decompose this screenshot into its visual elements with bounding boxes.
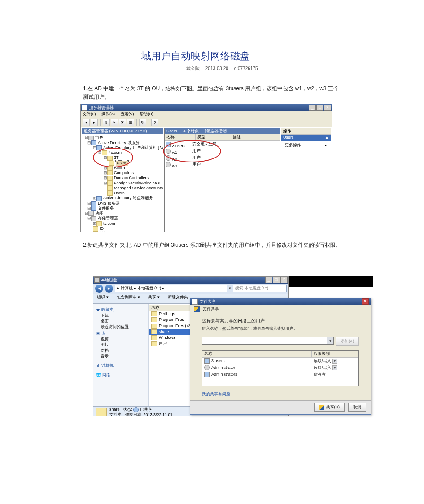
explorer-title: 本地磁盘 [101, 278, 117, 283]
tb-cut[interactable]: ✂ [111, 119, 118, 126]
tree-fsp[interactable]: ForeignSecurityPrincipals [114, 181, 160, 185]
tree-storage-b[interactable]: ID [100, 226, 104, 231]
side-network[interactable]: 🌐 网络 [96, 373, 145, 377]
col-type[interactable]: 类型 [196, 134, 231, 140]
maximize-btn[interactable]: □ [316, 105, 323, 111]
add-button[interactable]: 添加(A) [336, 337, 359, 346]
dialog-close[interactable]: ✕ [362, 298, 369, 305]
maximize-btn[interactable]: □ [273, 277, 280, 283]
side-item[interactable]: 音乐 [96, 354, 145, 359]
dialog-heading: 选择要与其共享的网络上的用户 [202, 318, 359, 324]
tree: ⊟角色 ⊟Active Directory 域服务 ⊟Active Direct… [82, 134, 163, 232]
drive-icon [94, 277, 100, 283]
side-item[interactable]: 最近访问的位置 [96, 324, 145, 329]
explorer-titlebar: 本地磁盘 _ □ ✕ [93, 277, 288, 284]
close-btn[interactable]: ✕ [324, 105, 331, 111]
list-row[interactable]: w1 用户 [166, 149, 279, 155]
side-item[interactable]: 图片 [96, 342, 145, 347]
perm-row[interactable]: 3tusers 读取/写入▾ [202, 358, 358, 364]
date: 2013-03-20 [205, 66, 228, 71]
tree-pane: 服务器管理器 (WIN-OJ0QJEZ1AQ) ⊟角色 ⊟Active Dire… [82, 128, 163, 232]
search-input[interactable]: 搜索 本地磁盘 (C:) [233, 285, 287, 292]
tb-props[interactable]: ▦ [127, 119, 134, 126]
doc-title: 域用户自动映射网络磁盘 [141, 49, 341, 63]
tree-users2[interactable]: Users [114, 191, 125, 195]
list-row[interactable]: w2 用户 [166, 155, 279, 162]
dialog-sub-header: 文件共享 [190, 305, 371, 313]
tree-root[interactable]: 角色 [95, 135, 103, 140]
chevron-down-icon[interactable]: ▾ [327, 337, 333, 344]
tb-del[interactable]: ✖ [119, 119, 126, 126]
side-item[interactable]: 下载 [96, 313, 145, 318]
list-row[interactable]: w3 用户 [166, 162, 279, 169]
perm-col-perm[interactable]: 权限级别 [312, 351, 358, 357]
tree-users-sel[interactable]: Users [116, 161, 128, 166]
tb-share[interactable]: 共享 ▾ [148, 295, 160, 302]
menu-action[interactable]: 操作(A) [101, 112, 115, 116]
status-name: share [109, 408, 120, 412]
perm-row[interactable]: Administrators 所有者 [202, 371, 358, 378]
tb-back[interactable]: ◄ [83, 119, 90, 126]
menu-file[interactable]: 文件(F) [83, 112, 96, 116]
tree-file-svc[interactable]: 文件服务 [98, 206, 114, 210]
side-fav[interactable]: ★ 收藏夹 [96, 307, 145, 312]
actions-selected[interactable]: Users▲ [281, 135, 331, 140]
perm-row[interactable]: Administrator 读取/写入▾ [202, 364, 358, 371]
path-box[interactable]: ▸ 计算机 ▸ 本地磁盘 (C:) ▸ [115, 285, 227, 292]
help-link[interactable]: 我的共享有问题 [202, 391, 230, 397]
back-button[interactable]: ◄ [95, 285, 103, 293]
minimize-btn[interactable]: _ [309, 105, 316, 111]
qq: q:07726175 [234, 66, 258, 71]
col-name[interactable]: 名称 [165, 134, 196, 140]
menu-view[interactable]: 查看(V) [121, 112, 134, 116]
black-background-strip [288, 276, 373, 287]
tree-ad-users[interactable]: Active Directory 用户和计算机 [ WI [103, 145, 163, 150]
forward-button[interactable]: ► [105, 285, 113, 293]
actions-pane: 操作 Users▲ 更多操作▸ [281, 128, 331, 232]
col-desc[interactable]: 描述 [231, 134, 253, 140]
step2-text: 2.新建共享文件夹,把 AD 中的用户组 3tusers 添加到共享文件夹的用户… [83, 241, 341, 250]
shared-icon [133, 407, 139, 412]
tree-storage-a[interactable]: ts.com [103, 221, 115, 226]
tree-ou-3t[interactable]: 3T [114, 155, 119, 160]
tree-ad-domain[interactable]: Active Directory 域服务 [98, 140, 140, 145]
user-combobox[interactable]: ▾ [202, 337, 334, 345]
group-icon [204, 372, 210, 377]
perm-dd[interactable]: ▾ [332, 365, 337, 370]
side-computer[interactable]: 🖥 计算机 [96, 363, 145, 368]
cancel-button[interactable]: 取消 [348, 403, 366, 412]
actions-more[interactable]: 更多操作▸ [281, 141, 331, 149]
tb-help[interactable]: ? [151, 119, 158, 126]
status-state: 已共享 [140, 408, 152, 412]
menu-help[interactable]: 帮助(H) [140, 112, 153, 116]
tb-organize[interactable]: 组织 ▾ [97, 295, 109, 302]
tree-storage-c[interactable]: 筛选 [100, 231, 108, 232]
share-button[interactable]: 共享(H) [314, 403, 345, 412]
side-item[interactable]: 视频 [96, 337, 145, 342]
tree-features[interactable]: 功能 [95, 211, 103, 215]
tb-include[interactable]: 包含到库中 ▾ [117, 295, 140, 302]
tree-builtin[interactable]: Builtin [114, 166, 125, 170]
tree-dns[interactable]: DNS 服务器 [98, 201, 120, 206]
perm-col-name[interactable]: 名称 [202, 351, 312, 357]
status-type: 文件夹 [109, 412, 122, 416]
tb-newfolder[interactable]: 新建文件夹 [168, 295, 188, 302]
perm-dd[interactable]: ▾ [332, 359, 337, 364]
tree-computers[interactable]: Computers [114, 171, 134, 175]
step1-text: 1.在 AD 中建一个名为 3T 的 OU，结构如下图。里面包含有 3tuser… [83, 84, 341, 101]
tb-fwd[interactable]: ► [91, 119, 98, 126]
minimize-btn[interactable]: _ [265, 277, 272, 283]
close-btn[interactable]: ✕ [280, 277, 288, 283]
tree-msa[interactable]: Managed Service Accounts [114, 186, 163, 190]
tb-up[interactable]: ⇧ [103, 119, 110, 126]
side-item[interactable]: 桌面 [96, 319, 145, 324]
tree-domain[interactable]: 4s.com [109, 150, 122, 155]
tree-storage[interactable]: 存储管理器 [98, 216, 118, 220]
share-dialog: 文件共享 ✕ 文件共享 选择要与其共享的网络上的用户 键入名称，然后单击"添加"… [190, 298, 371, 415]
side-item[interactable]: 文档 [96, 348, 145, 353]
tree-dcs[interactable]: Domain Controllers [114, 175, 149, 180]
list-row[interactable]: 3tusers 安全组 - 全局 [166, 142, 279, 149]
side-lib[interactable]: ▣ 库 [96, 331, 145, 336]
tb-refresh[interactable]: ↻ [139, 119, 146, 126]
tree-ad-sites[interactable]: Active Directory 站点和服务 [103, 196, 153, 200]
